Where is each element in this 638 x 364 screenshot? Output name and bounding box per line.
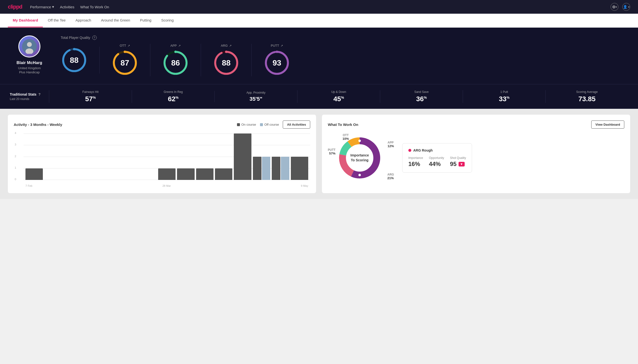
donut-chart-area: OTT 10% APP 12% ARG 21% PUTT 57% (328, 134, 396, 182)
stats-bar: Traditional Stats ? Last 20 rounds Fairw… (0, 84, 638, 109)
hero-top: Blair McHarg United Kingdom Plus Handica… (10, 36, 628, 76)
tpq-label: Total Player Quality ? (61, 36, 628, 40)
bar-offcourse (262, 157, 271, 180)
ott-trend-icon: ↗ (128, 44, 130, 48)
svg-point-9 (124, 50, 126, 53)
x-labels: 7 Feb 28 Mar 9 May (24, 184, 310, 187)
bar-group (253, 157, 270, 180)
view-dashboard-button[interactable]: View Dashboard (591, 120, 624, 128)
svg-text:87: 87 (120, 58, 129, 67)
bar-group (272, 157, 289, 180)
stat-1-putt: 1 Putt 33% (463, 90, 545, 103)
hero-section: Blair McHarg United Kingdom Plus Handica… (0, 28, 638, 84)
activity-card-title: Activity - 3 Months - Weekly (14, 122, 62, 127)
x-label-may: 9 May (301, 184, 308, 187)
svg-point-13 (174, 50, 177, 53)
bar-oncourse (215, 168, 232, 180)
help-icon[interactable]: ? (92, 36, 97, 40)
add-button[interactable]: ⊕ ▾ (610, 3, 618, 11)
tab-my-dashboard[interactable]: My Dashboard (8, 14, 43, 28)
player-info: Blair McHarg United Kingdom Plus Handica… (10, 36, 49, 74)
bar-oncourse (158, 168, 175, 180)
legend-offcourse: Off course (260, 123, 279, 126)
bottom-section: Activity - 3 Months - Weekly On course O… (0, 109, 638, 199)
bar-oncourse (26, 168, 43, 180)
navbar: clippd Performance ▾ Activities What To … (0, 0, 638, 14)
score-ott: OTT ↗ 87 (100, 44, 150, 76)
svg-point-1 (27, 42, 32, 47)
plus-icon: ⊕ (612, 4, 616, 10)
legend-oncourse: On course (237, 123, 256, 126)
user-menu-button[interactable]: 👤 ▾ (622, 3, 630, 11)
svg-text:86: 86 (171, 58, 180, 67)
arg-trend-icon: ↗ (229, 44, 232, 48)
player-handicap: Plus Handicap (19, 70, 40, 74)
arg-label-outer: ARG 21% (387, 173, 394, 180)
score-app: APP ↗ 86 (150, 44, 201, 76)
tab-putting[interactable]: Putting (135, 14, 156, 28)
app-label-outer: APP 12% (387, 141, 394, 148)
nav-performance[interactable]: Performance ▾ (30, 4, 54, 10)
bar-group (177, 168, 194, 180)
player-name: Blair McHarg (17, 60, 42, 65)
nav-what-to-work-on[interactable]: What To Work On (80, 4, 109, 10)
arg-label: ARG ↗ (221, 44, 232, 48)
bar-oncourse (177, 168, 194, 180)
score-putt: PUTT ↗ 93 (252, 44, 302, 76)
stat-sand-save: Sand Save 36% (380, 90, 463, 103)
offcourse-legend-dot (260, 123, 263, 126)
tabs-bar: My Dashboard Off the Tee Approach Around… (0, 14, 638, 28)
stats-period: Last 20 rounds (10, 97, 49, 101)
tab-off-the-tee[interactable]: Off the Tee (43, 14, 71, 28)
workon-card-header: What To Work On View Dashboard (328, 120, 624, 128)
stat-scoring-avg: Scoring Average 73.85 (545, 90, 628, 103)
app-label: APP ↗ (170, 44, 181, 48)
player-country: United Kingdom (18, 66, 41, 70)
bar-oncourse (272, 157, 280, 180)
arg-shot-quality: Shot Quality 95 ▼ (450, 156, 466, 168)
arg-dot-icon (408, 149, 411, 152)
bar-oncourse (234, 134, 251, 180)
svg-text:To Scoring: To Scoring (351, 158, 368, 162)
score-arg: ARG ↗ 88 (201, 44, 252, 76)
arg-importance: Importance 16% (408, 156, 423, 168)
tab-around-the-green[interactable]: Around the Green (96, 14, 135, 28)
workon-card: What To Work On View Dashboard OTT 10% A… (322, 115, 630, 193)
svg-point-21 (276, 50, 278, 53)
workon-card-title: What To Work On (328, 122, 358, 127)
all-activities-button[interactable]: All Activities (283, 120, 310, 128)
activity-bar-chart: 4 3 2 1 0 7 Feb 28 Mar 9 May (14, 134, 310, 187)
chevron-down-icon: ▾ (52, 5, 54, 9)
svg-text:88: 88 (222, 58, 231, 67)
logo[interactable]: clippd (8, 4, 22, 10)
bar-group (234, 134, 251, 180)
stat-app-proximity: App. Proximity 35'5" (215, 91, 297, 102)
stat-fairways-hit: Fairways Hit 57% (49, 90, 132, 103)
tab-approach[interactable]: Approach (71, 14, 96, 28)
arg-info-title: ARG Rough (408, 148, 466, 152)
chevron-down-icon: ▾ (628, 6, 629, 8)
tab-scoring[interactable]: Scoring (156, 14, 178, 28)
stats-help-icon[interactable]: ? (39, 92, 41, 96)
svg-text:93: 93 (273, 58, 281, 67)
svg-point-29 (358, 140, 361, 142)
ott-label: OTT ↗ (120, 44, 130, 48)
putt-label-outer: PUTT 57% (328, 148, 335, 155)
bar-offcourse (281, 157, 289, 180)
bar-group (196, 168, 214, 180)
activity-legend: On course Off course (237, 123, 279, 126)
bar-oncourse (253, 157, 262, 180)
workon-content: OTT 10% APP 12% ARG 21% PUTT 57% (328, 134, 624, 182)
stats-title: Traditional Stats ? (10, 92, 49, 96)
down-trend-badge: ▼ (459, 162, 465, 166)
bar-group (158, 168, 175, 180)
bar-oncourse (196, 168, 214, 180)
score-total: 88 (61, 47, 100, 74)
nav-activities[interactable]: Activities (60, 4, 74, 10)
svg-point-17 (225, 50, 228, 53)
stats-label-section: Traditional Stats ? Last 20 rounds (10, 92, 49, 101)
nav-icons: ⊕ ▾ 👤 ▾ (610, 3, 630, 11)
tpq-section: Total Player Quality ? 88 OTT (61, 36, 628, 76)
svg-text:Importance: Importance (350, 153, 369, 157)
shot-quality-value: 95 (450, 160, 457, 168)
